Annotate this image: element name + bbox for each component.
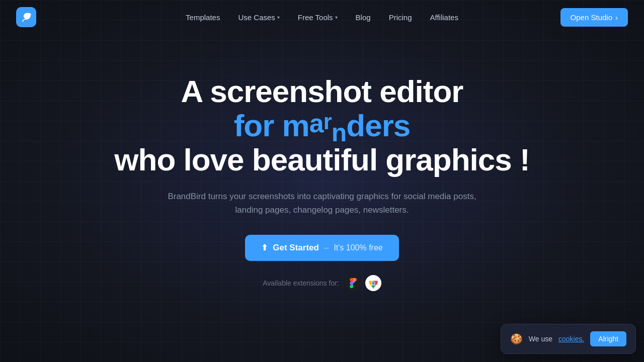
hero-line1: A screenshot editor <box>181 74 463 109</box>
extension-icons <box>345 275 381 291</box>
nav-pricing[interactable]: Pricing <box>381 9 420 26</box>
svg-point-1 <box>25 16 26 18</box>
cookie-emoji: 🍪 <box>510 333 523 345</box>
svg-point-0 <box>27 16 29 17</box>
char-n: n <box>332 119 347 147</box>
nav-blog[interactable]: Blog <box>348 9 379 26</box>
alright-button[interactable]: Alright <box>590 331 626 346</box>
hero-line2-text: for marnders <box>234 109 411 143</box>
nav-affiliates[interactable]: Affiliates <box>422 9 466 26</box>
extensions-label: Available extensions for: <box>263 279 339 287</box>
char-r: r <box>324 110 332 134</box>
nav-links: Templates Use Cases ▾ Free Tools ▾ Blog … <box>178 9 466 26</box>
nav-free-tools[interactable]: Free Tools ▾ <box>290 9 346 26</box>
navbar: Templates Use Cases ▾ Free Tools ▾ Blog … <box>0 0 644 34</box>
get-started-button[interactable]: ⬆ Get Started – It's 100% free <box>245 235 398 261</box>
open-studio-button[interactable]: Open Studio › <box>560 8 628 27</box>
hero-line3: who love beautiful graphics ! <box>114 143 529 177</box>
logo-icon <box>16 7 36 27</box>
nav-use-cases[interactable]: Use Cases ▾ <box>230 9 287 26</box>
hero-description: BrandBird turns your screenshots into ca… <box>161 190 483 217</box>
nav-logo[interactable] <box>16 7 36 27</box>
cookies-link[interactable]: cookies. <box>558 335 584 343</box>
upload-icon: ⬆ <box>261 243 268 252</box>
hero-line2: for marnders <box>234 109 411 143</box>
char-a: a <box>309 109 324 138</box>
chrome-icon[interactable] <box>365 275 381 291</box>
svg-point-5 <box>372 282 374 284</box>
free-tools-chevron: ▾ <box>335 15 338 20</box>
cookie-banner: 🍪 We use cookies. Alright <box>501 324 636 354</box>
nav-templates[interactable]: Templates <box>178 9 228 26</box>
hero-section: A screenshot editor for marnders who lov… <box>0 34 644 291</box>
extensions-row: Available extensions for: <box>263 275 381 291</box>
use-cases-chevron: ▾ <box>277 15 280 20</box>
cookie-text: We use cookies. <box>529 335 584 343</box>
figma-icon[interactable] <box>345 275 361 291</box>
